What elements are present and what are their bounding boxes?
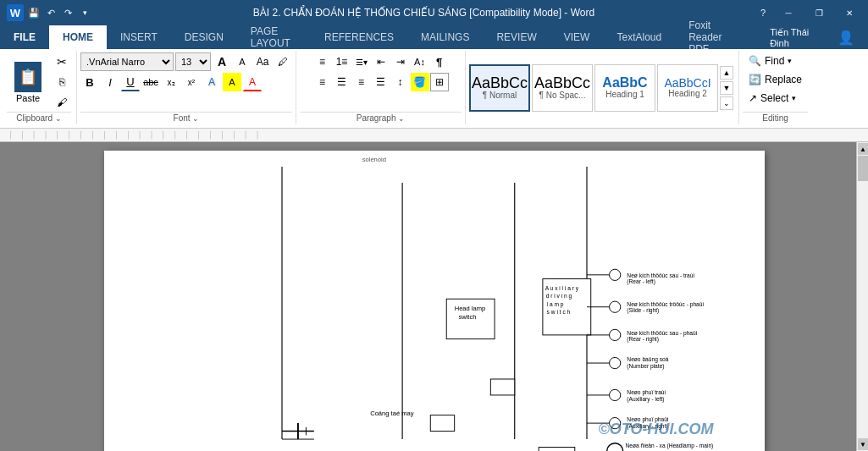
window-controls: ? ─ ❐ ✕ (756, 5, 861, 20)
cut-button[interactable]: ✂ (53, 52, 71, 71)
shrink-font-button[interactable]: A (233, 52, 252, 71)
bold-button[interactable]: B (80, 73, 99, 91)
font-name-select[interactable]: .VnArial Narro (80, 52, 174, 71)
style-heading2-preview: AaBbCcI (664, 77, 710, 89)
minimize-button[interactable]: ─ (777, 5, 800, 20)
document-area: solenoid Head lamp switch A u x i l i a … (0, 142, 868, 451)
svg-text:(Rear - right): (Rear - right) (627, 336, 659, 343)
find-dropdown[interactable]: ▾ (788, 57, 792, 65)
tab-mailings[interactable]: MAILINGS (407, 25, 483, 49)
decrease-indent-button[interactable]: ⇤ (372, 52, 390, 71)
svg-point-27 (609, 329, 620, 340)
bullets-button[interactable]: ≡ (313, 52, 332, 71)
tab-textaloud[interactable]: TextAloud (603, 25, 675, 49)
vertical-scrollbar[interactable]: ▲ ▼ (856, 142, 868, 451)
scroll-down-button[interactable]: ▼ (858, 438, 868, 450)
replace-button[interactable]: 🔄 Replace (743, 71, 808, 88)
svg-rect-18 (539, 448, 575, 451)
svg-text:switch: switch (458, 313, 476, 321)
tab-view[interactable]: VIEW (550, 25, 604, 49)
svg-text:(Number plate): (Number plate) (627, 363, 664, 370)
styles-scroll-down[interactable]: ▼ (720, 81, 733, 95)
style-no-spacing[interactable]: AaBbCc ¶ No Spac... (532, 64, 593, 112)
svg-text:(Rear - left): (Rear - left) (627, 278, 655, 285)
sort-button[interactable]: A↕ (411, 52, 429, 71)
subscript-button[interactable]: x₂ (162, 73, 180, 91)
tab-insert[interactable]: INSERT (107, 25, 171, 49)
format-painter-button[interactable]: 🖌 (53, 93, 71, 112)
numbering-button[interactable]: 1≡ (333, 52, 351, 71)
style-heading2-label: Heading 2 (668, 89, 707, 98)
style-no-spacing-preview: AaBbCc (534, 75, 590, 91)
font-color-button[interactable]: A (243, 73, 262, 91)
paste-button[interactable]: 📋 Paste (7, 58, 49, 107)
svg-point-31 (606, 443, 622, 451)
tab-file[interactable]: FILE (0, 25, 49, 49)
strikethrough-button[interactable]: abc (141, 73, 160, 91)
tab-review[interactable]: REVIEW (483, 25, 550, 49)
word-icon: W (7, 4, 24, 21)
tab-foxit[interactable]: Foxit Reader PDF (675, 25, 756, 49)
style-normal-preview: AaBbCc (472, 75, 528, 91)
svg-point-26 (609, 301, 620, 312)
tab-home[interactable]: HOME (49, 25, 107, 49)
tab-references[interactable]: REFERENCES (311, 25, 407, 49)
close-button[interactable]: ✕ (838, 5, 861, 20)
svg-point-25 (609, 269, 620, 280)
style-normal[interactable]: AaBbCc ¶ Normal (469, 64, 530, 112)
styles-scroll-up[interactable]: ▲ (720, 66, 733, 80)
styles-expand[interactable]: ⌄ (720, 96, 733, 110)
clear-format-button[interactable]: 🖊 (274, 52, 292, 71)
style-heading1[interactable]: AaBbC Heading 1 (594, 64, 655, 112)
paste-icon: 📋 (14, 62, 41, 92)
underline-button[interactable]: U (121, 73, 140, 91)
editing-label: Editing (743, 112, 808, 123)
svg-text:s w i t c h: s w i t c h (546, 309, 570, 315)
increase-indent-button[interactable]: ⇥ (391, 52, 410, 71)
svg-rect-17 (490, 379, 514, 395)
font-size-select[interactable]: 13 (175, 52, 211, 71)
style-heading2[interactable]: AaBbCcI Heading 2 (657, 64, 718, 112)
customize-icon[interactable]: ▾ (78, 6, 91, 19)
paste-label: Paste (16, 93, 40, 103)
change-case-button[interactable]: Aa (253, 52, 272, 71)
align-center-button[interactable]: ☰ (333, 73, 351, 91)
tab-design[interactable]: DESIGN (171, 25, 237, 49)
user-avatar: 👤 (824, 25, 868, 49)
redo-icon[interactable]: ↷ (61, 6, 75, 19)
shading-button[interactable]: 🪣 (411, 73, 429, 91)
line-spacing-button[interactable]: ↕ (391, 73, 410, 91)
save-icon[interactable]: 💾 (27, 6, 41, 19)
text-highlight-button[interactable]: A (223, 73, 241, 91)
undo-icon[interactable]: ↶ (44, 6, 58, 19)
superscript-button[interactable]: x² (182, 73, 201, 91)
tab-page-layout[interactable]: PAGE LAYOUT (237, 25, 311, 49)
align-right-button[interactable]: ≡ (352, 73, 371, 91)
svg-text:l a m p: l a m p (546, 301, 563, 308)
quick-access-toolbar: W 💾 ↶ ↷ ▾ (7, 4, 91, 21)
multilevel-list-button[interactable]: ☰▾ (352, 52, 371, 71)
style-heading1-preview: AaBbC (602, 76, 647, 90)
justify-button[interactable]: ☰ (372, 73, 390, 91)
editing-group: 🔍 Find ▾ 🔄 Replace ↗ Select ▾ Editing (739, 51, 811, 124)
scroll-thumb[interactable] (858, 156, 868, 181)
find-button[interactable]: 🔍 Find ▾ (743, 52, 798, 69)
scroll-up-button[interactable]: ▲ (858, 143, 868, 155)
copy-button[interactable]: ⎘ (53, 73, 71, 91)
text-effects-button[interactable]: A (202, 73, 221, 91)
grow-font-button[interactable]: A (213, 52, 231, 71)
select-dropdown[interactable]: ▾ (792, 94, 796, 102)
user-name: Tiến Thái Đinh (756, 25, 824, 49)
restore-button[interactable]: ❐ (807, 5, 831, 20)
show-formatting-button[interactable]: ¶ (430, 52, 449, 71)
help-icon[interactable]: ? (756, 6, 770, 19)
svg-text:(Slide - right): (Slide - right) (627, 307, 659, 314)
select-button[interactable]: ↗ Select ▾ (743, 90, 802, 107)
svg-text:(Auxiliary - left): (Auxiliary - left) (627, 396, 664, 403)
align-left-button[interactable]: ≡ (313, 73, 332, 91)
borders-button[interactable]: ⊞ (430, 73, 449, 91)
italic-button[interactable]: I (101, 73, 119, 91)
font-group-label: Font ⌄ (80, 112, 292, 123)
find-label: Find (765, 55, 784, 67)
document-title: BÀI 2. CHẨN ĐOÁN HỆ THỐNG CHIẾU SÁNG [Co… (91, 7, 756, 19)
